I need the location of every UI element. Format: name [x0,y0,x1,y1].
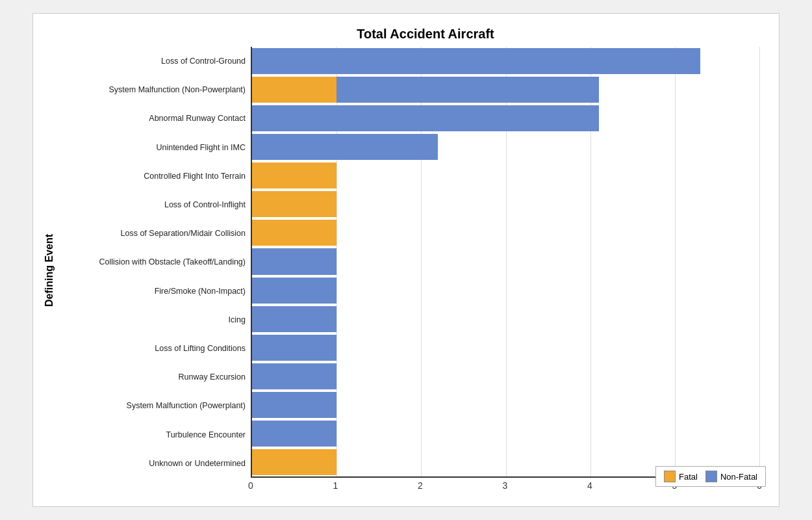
bar-row [252,47,759,75]
bar-nonfatal-segment [252,105,599,131]
bar-label: Loss of Separation/Midair Collision [59,219,251,248]
bar-row [252,391,759,419]
bar-label: Turbulence Encounter [59,420,251,448]
bar-nonfatal-segment [252,306,336,332]
bars-and-axes: Loss of Control-GroundSystem Malfunction… [59,47,759,493]
bar-fatal-segment [252,77,336,103]
bar-fatal-segment [252,449,336,475]
bar-rows-container [252,47,759,476]
bar-label: Unintended Flight in IMC [59,133,251,162]
bar-row [252,419,759,448]
bar-nonfatal-segment [336,77,599,103]
bar-row [252,161,759,190]
bar-nonfatal-segment [252,363,336,389]
bar-label: Icing [59,306,251,334]
y-axis-label-container: Defining Event [40,47,59,493]
bar-row [252,190,759,218]
x-tick-label: 2 [418,480,423,491]
bar-label: Fire/Smoke (Non-Impact) [59,277,251,306]
chart-container: Total Accident Aircraft Defining Event L… [32,13,780,507]
bar-fatal-segment [252,191,336,217]
bar-label: Loss of Control-Ground [59,47,251,75]
bar-row [252,362,759,391]
chart-title: Total Accident Aircraft [40,27,759,42]
bar-fatal-segment [252,220,336,246]
bar-fatal-segment [252,162,336,188]
bar-nonfatal-segment [252,392,336,418]
bar-label: Runway Excursion [59,363,251,391]
grid-line [759,47,760,476]
bar-row [252,276,759,305]
bar-nonfatal-segment [252,278,336,304]
bar-label: Unknown or Undetermined [59,449,251,478]
bar-label: Collision with Obstacle (Takeoff/Landing… [59,248,251,276]
bar-row [252,75,759,104]
x-tick-label: 3 [503,480,508,491]
y-axis-label: Defining Event [44,233,55,306]
bar-label: Abnormal Runway Contact [59,104,251,133]
x-tick-label: 4 [587,480,592,491]
chart-body: Defining Event Loss of Control-GroundSys… [40,47,759,493]
x-tick-label: 1 [333,480,338,491]
bar-label: Loss of Control-Inflight [59,190,251,219]
bar-nonfatal-segment [252,48,700,74]
bar-label: Controlled Flight Into Terrain [59,162,251,190]
bar-label: System Malfunction (Powerplant) [59,391,251,420]
bar-nonfatal-segment [252,134,438,160]
bar-row [252,305,759,333]
bars-plot [251,47,759,478]
bar-row [252,448,759,476]
bar-label: System Malfunction (Non-Powerplant) [59,75,251,104]
bar-row [252,247,759,276]
bar-label: Loss of Lifting Conditions [59,334,251,363]
bar-labels: Loss of Control-GroundSystem Malfunction… [59,47,251,478]
chart-area: Loss of Control-GroundSystem Malfunction… [59,47,759,493]
bar-row [252,333,759,362]
bar-nonfatal-segment [252,335,336,361]
bar-nonfatal-segment [252,421,336,447]
bars-wrapper: Loss of Control-GroundSystem Malfunction… [59,47,759,478]
bar-row [252,133,759,161]
bar-nonfatal-segment [252,248,336,274]
bar-row [252,218,759,247]
x-tick-label: 0 [248,480,253,491]
bar-row [252,104,759,133]
